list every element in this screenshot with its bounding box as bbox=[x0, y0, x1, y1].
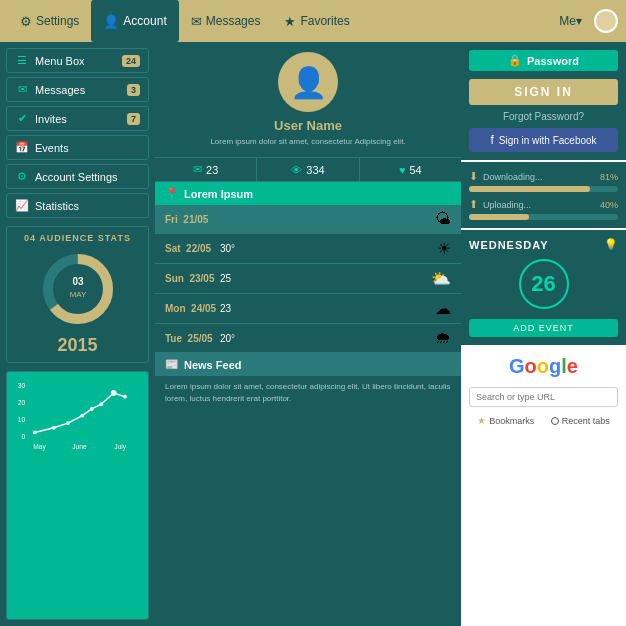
stat-likes-value: 54 bbox=[409, 164, 421, 176]
svg-point-19 bbox=[123, 395, 127, 399]
password-header: 🔒 Password bbox=[469, 50, 618, 71]
download-progress-bg bbox=[469, 186, 618, 192]
facebook-icon: f bbox=[490, 133, 493, 147]
top-nav: ⚙ Settings 👤 Account ✉ Messages ★ Favori… bbox=[0, 0, 626, 42]
google-o2: o bbox=[537, 355, 549, 378]
google-e: e bbox=[567, 355, 578, 378]
nav-account-label: Account bbox=[123, 14, 166, 28]
profile-section: 👤 User Name Lorem ipsum dolor sit amet, … bbox=[155, 42, 461, 158]
download-progress-fill bbox=[469, 186, 590, 192]
news-section: 📰 News Feed Lorem ipsum dolor sit amet, … bbox=[155, 353, 461, 626]
facebook-signin-label: Sign in with Facebook bbox=[499, 135, 597, 146]
upload-progress-bg bbox=[469, 214, 618, 220]
main-layout: ☰ Menu Box 24 ✉ Messages 3 ✔ Invites 7 bbox=[0, 42, 626, 626]
password-title: Password bbox=[527, 55, 579, 67]
svg-point-15 bbox=[80, 414, 84, 418]
year-label: 2015 bbox=[13, 335, 142, 356]
google-search-input[interactable] bbox=[469, 387, 618, 407]
svg-text:0: 0 bbox=[22, 433, 26, 440]
weather-sat-date: Sat 22/05 bbox=[165, 243, 220, 254]
nav-settings[interactable]: ⚙ Settings bbox=[8, 0, 91, 42]
profile-stats-row: ✉ 23 👁 334 ♥ 54 bbox=[155, 158, 461, 182]
download-icon: ⬇ bbox=[469, 170, 478, 183]
weather-row-mon: Mon 24/05 23 ☁ bbox=[155, 294, 461, 324]
weather-sat-temp: 30° bbox=[220, 243, 437, 254]
sidebar-events-label: Events bbox=[35, 142, 69, 154]
download-label: Downloading... bbox=[483, 172, 543, 182]
circle-icon bbox=[551, 417, 559, 425]
sidebar: ☰ Menu Box 24 ✉ Messages 3 ✔ Invites 7 bbox=[0, 42, 155, 626]
sidebar-item-invites[interactable]: ✔ Invites 7 bbox=[6, 106, 149, 131]
profile-desc: Lorem ipsum dolor sit amet, consectetur … bbox=[210, 137, 405, 147]
weather-fri-icon: 🌤 bbox=[435, 210, 451, 228]
sidebar-messages-icon: ✉ bbox=[15, 83, 29, 96]
weather-location: Lorem Ipsum bbox=[184, 188, 253, 200]
nav-me[interactable]: Me▾ bbox=[547, 0, 594, 42]
svg-text:30: 30 bbox=[18, 382, 26, 389]
nav-me-label: Me▾ bbox=[559, 14, 582, 28]
account-icon: 👤 bbox=[103, 14, 119, 29]
sidebar-item-statistics[interactable]: 📈 Statistics bbox=[6, 193, 149, 218]
nav-messages[interactable]: ✉ Messages bbox=[179, 0, 273, 42]
weather-section: 📍 Lorem Ipsum Fri 21/05 🌤 Sat 22/05 30° … bbox=[155, 182, 461, 353]
audience-title: 04 AUDIENCE STATS bbox=[13, 233, 142, 243]
right-panel: 🔒 Password SIGN IN Forgot Password? f Si… bbox=[461, 42, 626, 626]
invites-icon: ✔ bbox=[15, 112, 29, 125]
svg-point-17 bbox=[99, 402, 103, 406]
favorites-icon: ★ bbox=[284, 14, 296, 29]
sidebar-item-messages[interactable]: ✉ Messages 3 bbox=[6, 77, 149, 102]
google-o1: o bbox=[525, 355, 537, 378]
weather-sun-date: Sun 23/05 bbox=[165, 273, 220, 284]
transfer-box: ⬇ Downloading... 81% ⬆ Uploading... 40% bbox=[461, 162, 626, 230]
avatar-icon: 👤 bbox=[290, 65, 327, 100]
sidebar-item-account-settings[interactable]: ⚙ Account Settings bbox=[6, 164, 149, 189]
recent-tabs-button[interactable]: Recent tabs bbox=[551, 415, 610, 426]
svg-text:July: July bbox=[114, 443, 127, 451]
nav-account[interactable]: 👤 Account bbox=[91, 0, 178, 42]
google-g2: g bbox=[549, 355, 561, 378]
sidebar-messages-label: Messages bbox=[35, 84, 85, 96]
sidebar-invites-label: Invites bbox=[35, 113, 67, 125]
statistics-icon: 📈 bbox=[15, 199, 29, 212]
menubox-icon: ☰ bbox=[15, 54, 29, 67]
invites-badge: 7 bbox=[127, 113, 140, 125]
app-container: ⚙ Settings 👤 Account ✉ Messages ★ Favori… bbox=[0, 0, 626, 626]
weather-row-tue: Tue 25/05 20° 🌧 bbox=[155, 324, 461, 353]
sidebar-menubox-label: Menu Box bbox=[35, 55, 85, 67]
weather-mon-date: Mon 24/05 bbox=[165, 303, 220, 314]
weather-tue-date: Tue 25/05 bbox=[165, 333, 220, 344]
donut-chart: 03 MAY bbox=[13, 249, 142, 329]
nav-favorites[interactable]: ★ Favorites bbox=[272, 0, 361, 42]
sidebar-item-events[interactable]: 📅 Events bbox=[6, 135, 149, 160]
news-header: 📰 News Feed bbox=[155, 353, 461, 376]
add-event-button[interactable]: ADD EVENT bbox=[469, 319, 618, 337]
svg-text:20: 20 bbox=[18, 399, 26, 406]
events-icon: 📅 bbox=[15, 141, 29, 154]
bookmarks-button[interactable]: ★ Bookmarks bbox=[477, 415, 534, 426]
calendar-title: WEDNESDAY bbox=[469, 239, 549, 251]
nav-avatar[interactable] bbox=[594, 9, 618, 33]
weather-row-fri: Fri 21/05 🌤 bbox=[155, 205, 461, 234]
stat-views-value: 334 bbox=[306, 164, 324, 176]
stat-messages-icon: ✉ bbox=[193, 163, 202, 176]
download-pct: 81% bbox=[600, 172, 618, 182]
weather-mon-icon: ☁ bbox=[435, 299, 451, 318]
news-title: News Feed bbox=[184, 359, 241, 371]
messages-badge: 3 bbox=[127, 84, 140, 96]
facebook-signin-button[interactable]: f Sign in with Facebook bbox=[469, 128, 618, 152]
nav-favorites-label: Favorites bbox=[300, 14, 349, 28]
stat-likes: ♥ 54 bbox=[360, 158, 461, 181]
sidebar-item-menubox[interactable]: ☰ Menu Box 24 bbox=[6, 48, 149, 73]
calendar-day-number: 26 bbox=[531, 271, 555, 297]
weather-fri-date: Fri 21/05 bbox=[165, 214, 220, 225]
svg-point-13 bbox=[52, 426, 56, 430]
stat-views: 👁 334 bbox=[257, 158, 359, 181]
profile-name: User Name bbox=[274, 118, 342, 133]
upload-progress-fill bbox=[469, 214, 529, 220]
messages-icon: ✉ bbox=[191, 14, 202, 29]
sign-in-button[interactable]: SIGN IN bbox=[469, 79, 618, 105]
audience-stats: 04 AUDIENCE STATS 03 MAY 2015 bbox=[6, 226, 149, 363]
weather-tue-icon: 🌧 bbox=[435, 329, 451, 347]
forgot-password-link[interactable]: Forgot Password? bbox=[469, 111, 618, 122]
svg-text:May: May bbox=[33, 443, 46, 451]
